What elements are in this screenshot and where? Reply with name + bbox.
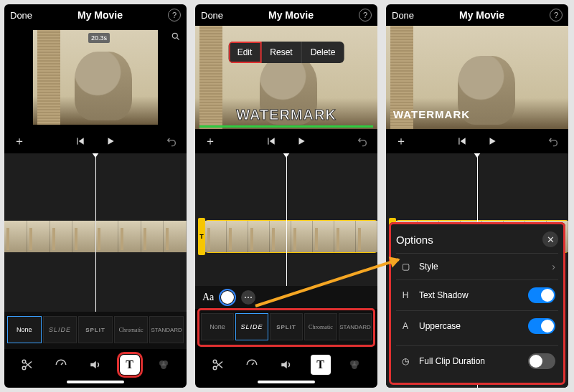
scissors-icon[interactable] (17, 355, 37, 375)
timeline[interactable]: T (195, 153, 377, 286)
add-media-button[interactable]: ＋ (393, 133, 409, 149)
watermark-text[interactable]: WATERMARK (393, 108, 564, 120)
full-clip-toggle[interactable] (528, 353, 555, 369)
undo-button[interactable] (164, 133, 179, 149)
filters-icon[interactable] (154, 355, 174, 375)
svg-rect-2 (77, 138, 77, 144)
play-button[interactable] (293, 133, 309, 149)
video-frame: 20.3s (33, 30, 158, 125)
speed-icon[interactable] (242, 355, 262, 375)
text-tool-button[interactable]: T (311, 355, 331, 375)
skip-start-button[interactable] (263, 133, 279, 149)
clip-strip-selected[interactable] (205, 221, 377, 252)
video-preview[interactable]: 20.3s (4, 26, 187, 129)
svg-line-7 (25, 363, 32, 368)
video-preview[interactable]: Edit Reset Delete WATERMARK (195, 26, 377, 129)
svg-marker-15 (270, 138, 275, 144)
svg-marker-16 (299, 138, 305, 144)
zoom-button[interactable] (169, 30, 182, 43)
svg-point-6 (22, 366, 26, 370)
svg-marker-28 (490, 138, 496, 144)
project-title: My Movie (77, 9, 123, 21)
duration-badge: 20.3s (88, 33, 110, 43)
skip-start-button[interactable] (454, 133, 470, 149)
screen-text-edit-menu: Done My Movie ? Edit Reset Delete WATERM… (195, 4, 377, 388)
text-style-split[interactable]: SPLIT (270, 313, 303, 340)
undo-button[interactable] (545, 133, 561, 149)
help-button[interactable]: ? (168, 9, 181, 21)
transport-bar: ＋ (386, 129, 568, 153)
option-row-style[interactable]: ▢Style › (396, 253, 558, 279)
volume-icon[interactable] (85, 355, 105, 375)
play-button[interactable] (484, 133, 500, 149)
text-tool-button[interactable]: T (120, 355, 140, 375)
done-button[interactable]: Done (392, 10, 414, 21)
text-style-standard[interactable]: STANDARD (339, 313, 372, 340)
text-clip-handle[interactable]: T (198, 218, 205, 255)
undo-button[interactable] (354, 133, 370, 149)
text-context-menu: Edit Reset Delete (229, 42, 344, 63)
close-options-button[interactable]: ✕ (542, 231, 558, 247)
add-media-button[interactable]: ＋ (202, 133, 218, 149)
duration-icon: ◷ (399, 356, 412, 366)
text-style-split[interactable]: SPLIT (78, 316, 113, 343)
svg-marker-27 (461, 138, 466, 144)
text-selection-bar (199, 125, 373, 128)
help-button[interactable]: ? (550, 9, 563, 21)
playhead[interactable] (95, 153, 96, 312)
context-delete[interactable]: Delete (302, 42, 344, 63)
text-style-chromatic[interactable]: Chromatic (114, 316, 149, 343)
svg-marker-4 (108, 138, 114, 144)
home-indicator (67, 381, 124, 383)
option-label: Full Clip Duration (419, 356, 485, 366)
header: Done My Movie ? (386, 4, 568, 26)
svg-point-5 (22, 360, 26, 363)
playhead[interactable] (286, 153, 287, 286)
context-edit[interactable]: Edit (229, 42, 262, 63)
options-title: Options (396, 234, 433, 246)
video-content (37, 30, 60, 125)
watermark-text[interactable]: WATERMARK (199, 107, 373, 123)
text-style-none[interactable]: None (7, 316, 42, 343)
text-options-panel: Options ✕ ▢Style › HText Shadow AUpperca… (389, 222, 565, 385)
svg-marker-3 (79, 138, 84, 144)
done-button[interactable]: Done (201, 10, 223, 21)
add-media-button[interactable]: ＋ (11, 133, 27, 149)
video-frame: Edit Reset Delete WATERMARK (195, 26, 377, 129)
header: Done My Movie ? (195, 4, 377, 26)
filters-icon[interactable] (344, 355, 364, 375)
video-preview[interactable]: WATERMARK (386, 26, 568, 129)
help-button[interactable]: ? (359, 9, 372, 21)
option-label: Style (419, 262, 438, 272)
more-options-button[interactable]: ⋯ (241, 290, 255, 305)
text-style-chromatic[interactable]: Chromatic (304, 313, 337, 340)
bottom-toolbar: T (4, 349, 187, 378)
scissors-icon[interactable] (208, 355, 228, 375)
text-color-swatch[interactable] (221, 291, 234, 304)
text-style-slide[interactable]: SLIDE (43, 316, 77, 343)
svg-rect-26 (458, 138, 459, 144)
volume-icon[interactable] (276, 355, 296, 375)
bottom-toolbar: T (195, 349, 377, 378)
text-style-slide[interactable]: SLIDE (235, 313, 268, 340)
speed-icon[interactable] (51, 355, 71, 375)
svg-line-9 (61, 363, 63, 365)
skip-start-button[interactable] (72, 133, 88, 149)
screen-text-styles: Done My Movie ? 20.3s ＋ (4, 4, 187, 388)
option-label: Uppercase (419, 321, 461, 331)
play-button[interactable] (103, 133, 118, 149)
text-shadow-toggle[interactable] (528, 287, 555, 303)
font-button[interactable]: Aa (202, 292, 214, 303)
transport-bar: ＋ (4, 129, 187, 153)
done-button[interactable]: Done (10, 10, 32, 21)
svg-point-18 (213, 366, 217, 370)
svg-point-13 (161, 364, 166, 370)
text-style-none[interactable]: None (201, 313, 234, 340)
svg-line-21 (252, 363, 254, 365)
context-reset[interactable]: Reset (261, 42, 301, 63)
text-style-standard[interactable]: STANDARD (149, 316, 184, 343)
timeline[interactable] (4, 153, 187, 312)
uppercase-toggle[interactable] (528, 318, 555, 334)
text-styles-row: None SLIDE SPLIT Chromatic STANDARD (198, 309, 375, 346)
home-indicator (258, 381, 315, 383)
